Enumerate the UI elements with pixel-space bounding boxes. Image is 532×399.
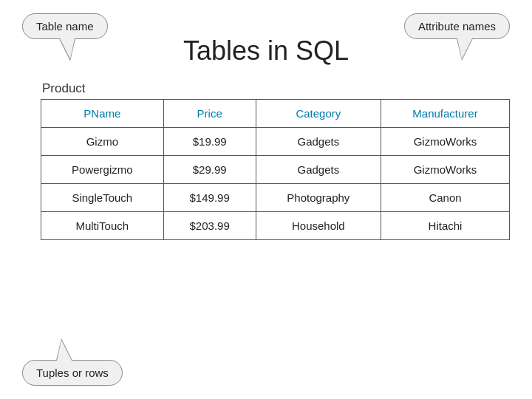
table-row: Gizmo$19.99GadgetsGizmoWorks: [41, 128, 510, 156]
table-row: SingleTouch$149.99PhotographyCanon: [41, 184, 510, 212]
cell-r3-c3: Hitachi: [381, 212, 509, 240]
page-title: Tables in SQL: [0, 35, 532, 66]
entity-label: Product: [42, 81, 510, 96]
col-header-pname: PName: [41, 100, 164, 128]
cell-r2-c3: Canon: [381, 184, 509, 212]
cell-r2-c2: Photography: [256, 184, 381, 212]
table-header-row: PName Price Category Manufacturer: [41, 100, 510, 128]
cell-r0-c1: $19.99: [163, 128, 256, 156]
cell-r1-c3: GizmoWorks: [381, 156, 509, 184]
cell-r0-c3: GizmoWorks: [381, 128, 509, 156]
cell-r3-c0: MultiTouch: [41, 212, 164, 240]
cell-r3-c2: Household: [256, 212, 381, 240]
col-header-price: Price: [163, 100, 256, 128]
cell-r1-c2: Gadgets: [256, 156, 381, 184]
cell-r1-c1: $29.99: [163, 156, 256, 184]
tuples-callout: Tuples or rows: [22, 360, 123, 386]
cell-r1-c0: Powergizmo: [41, 156, 164, 184]
cell-r0-c0: Gizmo: [41, 128, 164, 156]
tuples-label: Tuples or rows: [36, 366, 109, 379]
cell-r3-c1: $203.99: [163, 212, 256, 240]
table-row: MultiTouch$203.99HouseholdHitachi: [41, 212, 510, 240]
data-table: PName Price Category Manufacturer Gizmo$…: [41, 99, 510, 240]
cell-r2-c0: SingleTouch: [41, 184, 164, 212]
cell-r2-c1: $149.99: [163, 184, 256, 212]
table-row: Powergizmo$29.99GadgetsGizmoWorks: [41, 156, 510, 184]
col-header-category: Category: [256, 100, 381, 128]
attr-names-label: Attribute names: [418, 20, 496, 33]
table-section: Product PName Price Category Manufacture…: [41, 81, 510, 240]
table-name-label: Table name: [36, 20, 94, 33]
col-header-manufacturer: Manufacturer: [381, 100, 509, 128]
cell-r0-c2: Gadgets: [256, 128, 381, 156]
